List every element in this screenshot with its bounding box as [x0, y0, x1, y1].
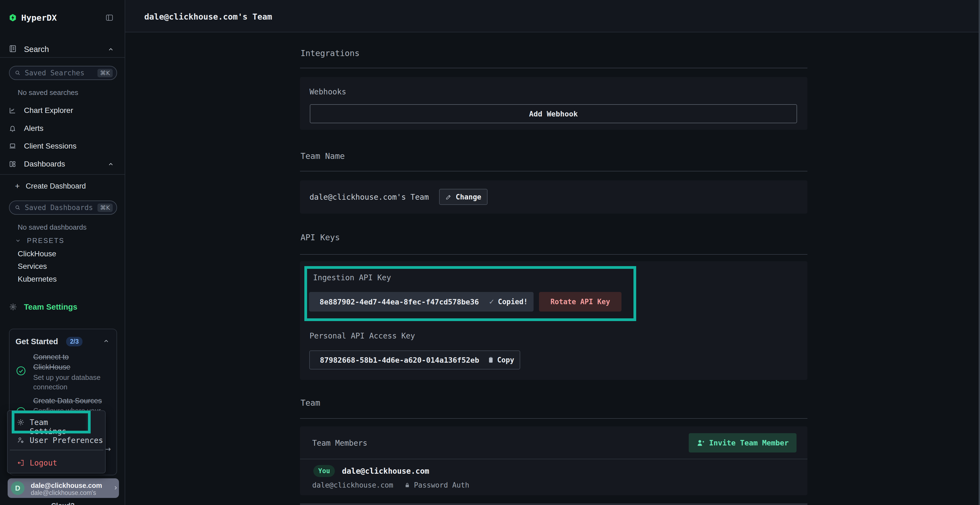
menu-item-user-preferences[interactable]: User Preferences [17, 435, 103, 445]
change-team-name-button[interactable]: Change [439, 189, 488, 205]
search-collapse-chevron-up-icon[interactable] [108, 46, 114, 53]
sidebar-item-label: Client Sessions [24, 142, 76, 151]
member-email-secondary: dale@clickhouse.com [312, 481, 393, 489]
avatar-initial: D [15, 484, 21, 492]
sidebar-footer-fragment[interactable]: Cloud? [51, 502, 75, 505]
lock-icon [404, 482, 410, 488]
sidebar-item-team-settings[interactable]: Team Settings [9, 302, 77, 312]
logo-row: HyperDX [9, 13, 57, 22]
card-divider [300, 459, 807, 459]
search-shortcut-badge: ⌘K [97, 69, 113, 77]
copied-check-icon: ✓ [488, 298, 495, 306]
get-started-item-title: Create Data Sources [33, 397, 115, 405]
presets-label: PRESETS [27, 237, 65, 245]
saved-searches-input[interactable]: Saved Searches ⌘K [9, 66, 117, 80]
section-divider [300, 254, 807, 255]
search-icon [14, 204, 21, 211]
presets-toggle[interactable]: PRESETS [15, 236, 65, 245]
hyperdx-logo-icon [9, 14, 16, 22]
change-button-label: Change [456, 193, 481, 201]
get-started-collapse-chevron-up-icon[interactable] [103, 338, 110, 345]
invite-team-member-label: Invite Team Member [709, 438, 789, 447]
pencil-icon [445, 194, 452, 200]
rotate-api-key-label: Rotate API Key [550, 298, 610, 306]
create-dashboard-button[interactable]: + Create Dashboard [15, 181, 86, 191]
account-email: dale@clickhouse.com [31, 481, 102, 489]
check-circle-icon [16, 365, 26, 376]
api-keys-section-title: API Keys [301, 233, 340, 242]
team-name-section-title: Team Name [301, 151, 345, 161]
team-name-value: dale@clickhouse.com's Team [310, 193, 429, 202]
app-root: HyperDX Search Saved Searches ⌘K No save… [0, 0, 980, 505]
clipboard-icon [487, 356, 494, 364]
no-saved-dashboards-text: No saved dashboards [18, 223, 87, 232]
member-auth-method: Password Auth [414, 481, 469, 489]
ingestion-api-key-value: 8e887902-4ed7-44ea-8fec-f47cd578be36 [320, 298, 479, 306]
sidebar-divider [0, 57, 125, 58]
user-plus-icon [697, 439, 705, 447]
add-webhook-button[interactable]: Add Webhook [310, 104, 797, 123]
gear-icon [9, 303, 17, 311]
search-icon [14, 70, 21, 76]
page-title: dale@clickhouse.com's Team [144, 12, 272, 22]
personal-api-key-value: 87982668-58b1-4d6e-a620-014a136f52eb [320, 356, 479, 364]
avatar: D [11, 481, 24, 495]
chevron-right-icon [113, 485, 119, 491]
section-divider [300, 418, 807, 419]
sidebar-item-label: Alerts [24, 124, 43, 133]
add-webhook-label: Add Webhook [529, 110, 578, 118]
sidebar: HyperDX Search Saved Searches ⌘K No save… [0, 0, 125, 505]
sidebar-item-dashboards[interactable]: Dashboards [9, 159, 65, 169]
sidebar-item-alerts[interactable]: Alerts [9, 124, 43, 133]
preset-services[interactable]: Services [18, 262, 47, 271]
team-section-title: Team [301, 398, 320, 408]
menu-item-logout[interactable]: Logout [17, 458, 57, 468]
personal-api-key-label: Personal API Access Key [310, 332, 415, 340]
preset-clickhouse[interactable]: ClickHouse [18, 249, 56, 258]
personal-api-key-chip[interactable]: 87982668-58b1-4d6e-a620-014a136f52eb Cop… [309, 351, 520, 370]
chart-icon [9, 106, 16, 114]
invite-team-member-button[interactable]: Invite Team Member [689, 433, 797, 453]
menu-item-team-settings[interactable]: Team Settings [12, 414, 86, 431]
get-started-header[interactable]: Get Started 2/3 [16, 337, 83, 346]
menu-item-label: Team Settings [30, 418, 86, 436]
section-divider [300, 68, 807, 68]
team-member-row: You dale@clickhouse.com [313, 465, 429, 477]
bell-icon [9, 125, 16, 132]
team-members-label: Team Members [312, 438, 367, 448]
saved-dashboards-placeholder: Saved Dashboards [25, 203, 93, 212]
webhooks-card: Webhooks Add Webhook [300, 77, 807, 130]
get-started-item-title: Connect to ClickHouse [33, 352, 103, 372]
copy-label: Copy [497, 356, 514, 364]
copied-label: Copied! [498, 298, 528, 306]
ingestion-api-key-chip[interactable]: 8e887902-4ed7-44ea-8fec-f47cd578be36 ✓ C… [309, 292, 533, 311]
you-badge: You [313, 465, 335, 477]
search-section-label[interactable]: Search [24, 45, 49, 54]
search-section-icon [9, 44, 17, 53]
section-divider [300, 171, 807, 172]
account-button[interactable]: D dale@clickhouse.com dale@clickhouse.co… [8, 478, 119, 498]
api-keys-card: Ingestion API Key 8e887902-4ed7-44ea-8fe… [300, 261, 807, 380]
webhooks-label: Webhooks [310, 87, 346, 96]
dashboards-collapse-chevron-up-icon[interactable] [108, 161, 114, 168]
logout-icon [17, 459, 24, 467]
app-title: HyperDX [21, 13, 57, 22]
team-name-card: dale@clickhouse.com's Team Change [300, 180, 807, 214]
scrollbar[interactable] [978, 0, 980, 505]
sidebar-divider [0, 174, 125, 175]
get-started-title: Get Started [16, 337, 58, 346]
dashboards-shortcut-badge: ⌘K [97, 203, 113, 212]
saved-dashboards-input[interactable]: Saved Dashboards ⌘K [9, 200, 117, 215]
team-settings-nav-label: Team Settings [24, 303, 77, 311]
next-section-edge [300, 503, 807, 505]
integrations-section-title: Integrations [301, 48, 360, 58]
gear-icon [17, 418, 24, 426]
preset-kubernetes[interactable]: Kubernetes [18, 275, 57, 284]
sidebar-item-chart-explorer[interactable]: Chart Explorer [9, 106, 73, 115]
rotate-api-key-button[interactable]: Rotate API Key [539, 292, 622, 311]
no-saved-searches-text: No saved searches [18, 89, 78, 97]
sidebar-item-client-sessions[interactable]: Client Sessions [9, 141, 76, 151]
collapse-panel-icon[interactable] [105, 14, 114, 22]
laptop-icon [9, 142, 16, 150]
page-header: dale@clickhouse.com's Team [125, 0, 980, 32]
